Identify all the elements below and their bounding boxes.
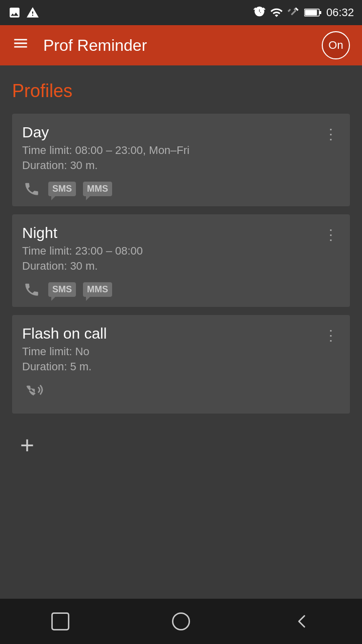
card-day-time-limit: Time limit: 08:00 – 23:00, Mon–Fri: [22, 144, 190, 157]
profile-card-flash: Flash on call Time limit: No Duration: 5…: [12, 315, 350, 414]
nav-back-button[interactable]: [291, 610, 313, 632]
mms-icon: MMS: [83, 182, 112, 196]
sms-icon: SMS: [48, 182, 76, 196]
status-bar-left-icons: [8, 6, 39, 19]
flash-call-icon: [22, 380, 47, 406]
battery-icon: [304, 8, 322, 18]
bottom-nav: [0, 599, 362, 644]
status-time: 06:32: [326, 6, 354, 19]
card-flash-time-limit: Time limit: No: [22, 345, 107, 358]
profile-card-day: Day Time limit: 08:00 – 23:00, Mon–Fri D…: [12, 114, 350, 206]
svg-point-4: [173, 613, 190, 630]
profile-card-night: Night Time limit: 23:00 – 08:00 Duration…: [12, 214, 350, 307]
section-title: Profiles: [12, 80, 350, 102]
card-night-name: Night: [22, 224, 143, 242]
card-flash-name: Flash on call: [22, 325, 107, 342]
card-day-duration: Duration: 30 m.: [22, 159, 190, 172]
card-flash-icons: [22, 380, 340, 406]
signal-icon: [287, 6, 300, 19]
svg-rect-3: [52, 613, 69, 630]
card-day-more-icon[interactable]: ⋮: [322, 124, 340, 144]
card-night-header: Night Time limit: 23:00 – 08:00 Duration…: [22, 224, 340, 280]
add-profile-button[interactable]: +: [12, 430, 42, 460]
app-title: Prof Reminder: [43, 36, 322, 55]
status-bar: 06:32: [0, 0, 362, 25]
card-night-duration: Duration: 30 m.: [22, 260, 143, 273]
card-day-name: Day: [22, 124, 190, 141]
photo-icon: [8, 6, 21, 19]
mms-icon-night: MMS: [83, 282, 112, 297]
card-flash-header: Flash on call Time limit: No Duration: 5…: [22, 325, 340, 380]
card-flash-duration: Duration: 5 m.: [22, 360, 107, 373]
app-bar: Prof Reminder On: [0, 25, 362, 65]
main-content: Profiles Day Time limit: 08:00 – 23:00, …: [0, 65, 362, 599]
card-flash-more-icon[interactable]: ⋮: [322, 325, 340, 346]
alarm-icon: [253, 6, 266, 19]
phone-icon: [22, 179, 41, 198]
nav-home-button[interactable]: [170, 610, 192, 632]
card-day-icons: SMS MMS: [22, 179, 340, 198]
svg-rect-2: [319, 11, 321, 14]
svg-rect-1: [305, 10, 317, 16]
card-night-time-limit: Time limit: 23:00 – 08:00: [22, 245, 143, 258]
on-toggle[interactable]: On: [322, 31, 350, 59]
sms-icon-night: SMS: [48, 282, 76, 297]
alert-icon: [26, 6, 39, 19]
status-bar-right-icons: 06:32: [253, 6, 354, 19]
menu-icon[interactable]: [12, 35, 29, 56]
phone-icon-night: [22, 280, 41, 299]
card-night-more-icon[interactable]: ⋮: [322, 224, 340, 245]
wifi-icon: [270, 6, 283, 19]
nav-recents-button[interactable]: [49, 610, 71, 632]
card-night-icons: SMS MMS: [22, 280, 340, 299]
card-day-header: Day Time limit: 08:00 – 23:00, Mon–Fri D…: [22, 124, 340, 179]
